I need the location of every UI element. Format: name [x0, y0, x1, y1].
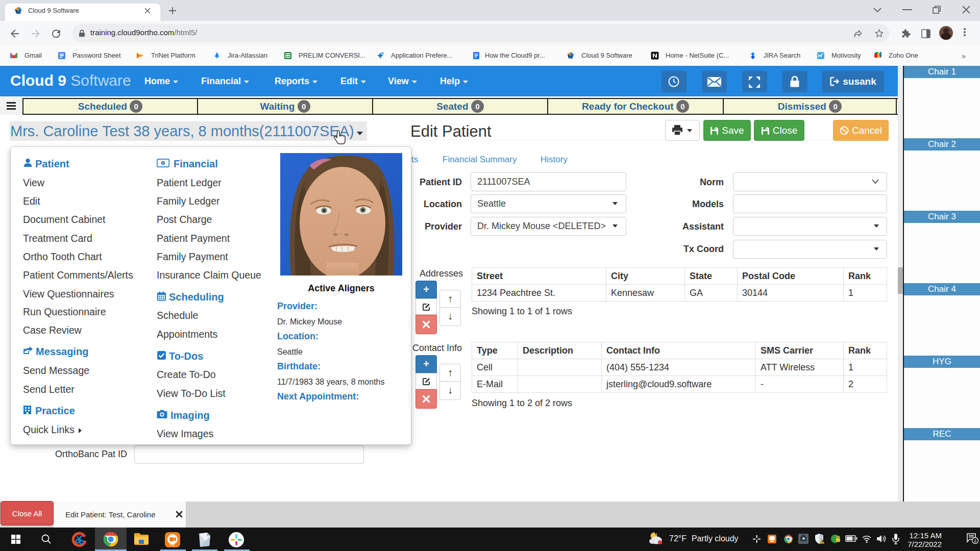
svg-text:0: 0: [162, 161, 164, 165]
svg-text:2: 2: [974, 538, 976, 543]
svg-text:Ring: Ring: [170, 544, 175, 546]
